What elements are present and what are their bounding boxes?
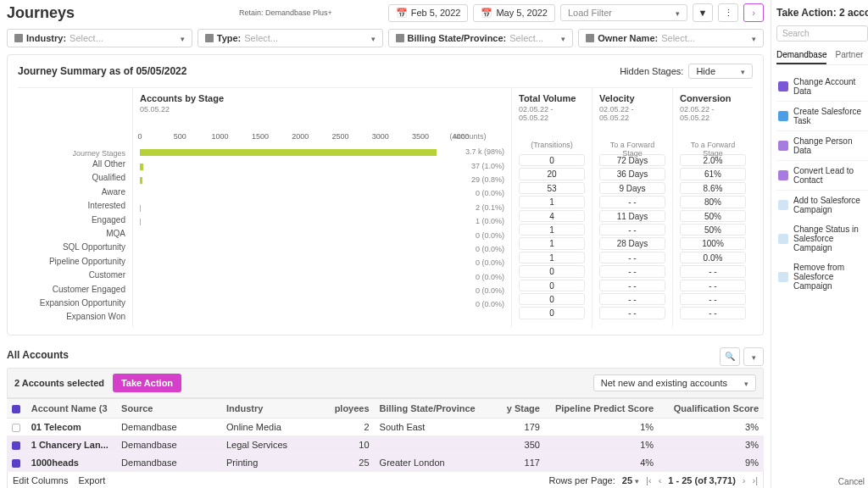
axis-tick: 0 bbox=[137, 132, 142, 141]
calendar-icon: 📅 bbox=[396, 8, 408, 19]
col-header[interactable]: Account Name (3 bbox=[26, 398, 116, 418]
action-label: Remove from Salesforce Campaign bbox=[793, 263, 866, 291]
sidebar-action[interactable]: Add to Salesforce Campaign bbox=[776, 191, 868, 219]
date-from[interactable]: 📅 Feb 5, 2022 bbox=[388, 4, 469, 22]
funnel-icon: ▼ bbox=[698, 8, 708, 18]
page-last[interactable]: ›| bbox=[752, 475, 758, 485]
export-button[interactable]: Export bbox=[78, 475, 105, 485]
table-row[interactable]: 1 Chancery Lan...DemandbaseLegal Service… bbox=[7, 435, 764, 453]
rpp-label: Rows per Page: bbox=[549, 475, 615, 485]
rpp-select[interactable]: 25 bbox=[622, 475, 639, 485]
sidebar-action[interactable]: Remove from Salesforce Campaign bbox=[776, 258, 868, 296]
select-all-checkbox[interactable] bbox=[12, 405, 20, 413]
date-to[interactable]: 📅 May 5, 2022 bbox=[473, 4, 555, 22]
col-header[interactable]: Pipeline Predict Score bbox=[545, 398, 659, 418]
conversion-cell: - - bbox=[680, 307, 746, 319]
conversion-title: Conversion bbox=[680, 93, 746, 103]
more-button[interactable]: ⋮ bbox=[718, 3, 738, 22]
stage-bar[interactable] bbox=[140, 164, 143, 170]
sidebar-action[interactable]: Change Person Data bbox=[776, 131, 868, 161]
page-title: Journeys bbox=[7, 4, 75, 22]
stage-label: SQL Opportunity bbox=[18, 241, 125, 254]
action-icon bbox=[778, 272, 788, 282]
page-first[interactable]: |‹ bbox=[646, 475, 652, 485]
edit-columns-button[interactable]: Edit Columns bbox=[13, 475, 68, 485]
row-checkbox[interactable] bbox=[12, 459, 20, 468]
velocity-cell: - - bbox=[599, 307, 665, 319]
velocity-cell: - - bbox=[599, 280, 665, 291]
accounts-title: All Accounts bbox=[7, 349, 69, 361]
hidden-stages-select[interactable]: Hide bbox=[688, 64, 753, 79]
col-header[interactable]: Qualification Score bbox=[659, 398, 764, 418]
scope-select[interactable]: Net new and existing accounts bbox=[593, 374, 756, 391]
more-accounts-button[interactable] bbox=[743, 347, 764, 366]
chevron-down-icon bbox=[676, 8, 680, 18]
load-filter-select[interactable]: Load Filter bbox=[560, 4, 687, 21]
sidebar-action[interactable]: Change Status in Salesforce Campaign bbox=[776, 219, 868, 258]
chevron-right-icon: › bbox=[752, 8, 755, 18]
conversion-cell: 2.0% bbox=[680, 154, 746, 166]
stage-bar[interactable] bbox=[140, 177, 142, 184]
action-icon bbox=[778, 111, 788, 121]
axis-tick: 2000 bbox=[292, 132, 309, 141]
table-row[interactable]: 01 TelecomDemandbaseOnline Media2South E… bbox=[7, 418, 764, 435]
action-label: Change Person Data bbox=[793, 136, 866, 155]
sidebar-tab[interactable]: Partner bbox=[835, 50, 863, 64]
volume-cell: 1 bbox=[519, 252, 585, 263]
cancel-button[interactable]: Cancel bbox=[838, 477, 865, 486]
stage-label: All Other bbox=[18, 158, 125, 171]
filter-billing[interactable]: Billing State/Province:Select... bbox=[388, 29, 574, 47]
col-header[interactable]: Source bbox=[116, 398, 221, 418]
sidebar-search[interactable]: Search bbox=[776, 25, 868, 42]
axis-tick: 1000 bbox=[212, 132, 229, 141]
stage-bar[interactable] bbox=[140, 149, 437, 156]
volume-cell: 0 bbox=[519, 280, 585, 291]
conversion-cell: 61% bbox=[680, 168, 746, 180]
velocity-sub: To a Forward Stage bbox=[599, 141, 665, 154]
action-icon bbox=[778, 200, 788, 210]
journey-summary-panel: Journey Summary as of 05/05/2022 Hidden … bbox=[7, 54, 764, 336]
bar-value: 0 (0.0%) bbox=[476, 258, 504, 267]
action-icon bbox=[778, 81, 788, 92]
sidebar-tab[interactable]: Demandbase bbox=[776, 50, 826, 64]
col-header[interactable]: ployees bbox=[326, 398, 375, 418]
table-row[interactable]: 1000headsDemandbasePrinting25Greater Lon… bbox=[7, 453, 764, 471]
action-icon bbox=[778, 141, 788, 151]
filter-owner[interactable]: Owner Name:Select... bbox=[578, 29, 764, 47]
summary-title: Journey Summary as of 05/05/2022 bbox=[18, 65, 186, 77]
axis-tick: 3500 bbox=[412, 132, 429, 141]
conversion-cell: - - bbox=[680, 293, 746, 305]
page-prev[interactable]: ‹ bbox=[659, 475, 662, 485]
col-header[interactable]: y Stage bbox=[488, 398, 545, 418]
chevron-down-icon bbox=[561, 33, 565, 43]
conversion-cell: 80% bbox=[680, 196, 746, 208]
sidebar-action[interactable]: Create Salesforce Task bbox=[776, 102, 868, 131]
filter-industry[interactable]: Industry:Select... bbox=[7, 29, 192, 47]
col-header[interactable]: Billing State/Province bbox=[375, 398, 488, 418]
chevron-down-icon bbox=[752, 33, 756, 43]
sidebar-action[interactable]: Change Account Data bbox=[776, 72, 868, 102]
volume-sub: (Transitions) bbox=[519, 141, 585, 154]
col-header[interactable]: Industry bbox=[221, 398, 326, 418]
sidebar-action[interactable]: Convert Lead to Contact bbox=[776, 161, 868, 191]
velocity-cell: - - bbox=[599, 224, 665, 236]
row-checkbox[interactable] bbox=[12, 424, 20, 432]
search-button[interactable]: 🔍 bbox=[720, 347, 740, 366]
next-button[interactable]: › bbox=[743, 3, 764, 22]
bar-value: 1 (0.0%) bbox=[476, 217, 504, 225]
chevron-down-icon bbox=[744, 378, 748, 388]
volume-cell: 53 bbox=[519, 182, 585, 194]
chevron-down-icon bbox=[741, 66, 745, 76]
stage-label: Interested bbox=[18, 199, 125, 213]
row-checkbox[interactable] bbox=[12, 441, 20, 450]
velocity-cell: - - bbox=[599, 293, 665, 305]
take-action-button[interactable]: Take Action bbox=[113, 374, 181, 392]
filter-button[interactable]: ▼ bbox=[693, 3, 713, 22]
axis-tick: 1500 bbox=[252, 132, 269, 141]
velocity-cell: - - bbox=[599, 265, 665, 277]
page-next[interactable]: › bbox=[743, 475, 746, 485]
bar-value: 0 (0.0%) bbox=[476, 231, 504, 240]
filter-type[interactable]: Type:Select... bbox=[198, 29, 383, 47]
volume-title: Total Volume bbox=[519, 93, 585, 103]
stage-label: Pipeline Opportunity bbox=[18, 255, 125, 269]
